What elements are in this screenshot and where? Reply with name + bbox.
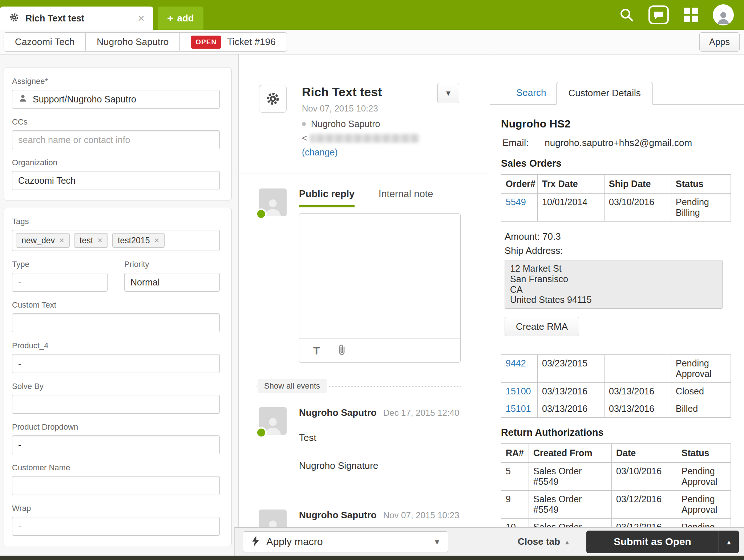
close-icon[interactable]: × bbox=[138, 12, 145, 24]
ra-number-cell: 9 bbox=[501, 491, 529, 519]
customer-name-label: Customer Name bbox=[12, 463, 220, 472]
ticket-date: Nov 07, 2015 10:23 bbox=[302, 104, 419, 114]
tag-chip: test × bbox=[74, 233, 108, 248]
apps-button[interactable]: Apps bbox=[699, 32, 740, 52]
trx-date-cell: 03/23/2015 bbox=[538, 355, 604, 383]
trx-date-cell: 10/01/2014 bbox=[538, 194, 604, 222]
change-requester-link[interactable]: (change) bbox=[302, 147, 338, 158]
breadcrumb-ticket[interactable]: OPEN Ticket #196 bbox=[179, 32, 287, 52]
sales-orders-table: Order# Trx Date Ship Date Status 5549 10… bbox=[501, 174, 731, 222]
reply-textarea[interactable] bbox=[304, 217, 456, 335]
remove-tag-icon[interactable]: × bbox=[59, 236, 64, 245]
tags-label: Tags bbox=[12, 217, 220, 226]
assignee-label: Assignee* bbox=[12, 77, 220, 86]
submit-button[interactable]: Submit as Open ▴ bbox=[586, 531, 739, 553]
col-status: Status bbox=[677, 444, 731, 463]
ship-date-cell: 03/13/2016 bbox=[604, 383, 671, 400]
date-cell: 03/10/2016 bbox=[612, 463, 677, 491]
text-format-icon[interactable]: T bbox=[313, 345, 320, 357]
order-link[interactable]: 15100 bbox=[506, 386, 531, 396]
tag-label: test bbox=[80, 236, 93, 245]
reply-composer: T bbox=[299, 213, 461, 363]
apps-grid-icon[interactable] bbox=[683, 7, 699, 23]
submit-options-caret[interactable]: ▴ bbox=[719, 531, 739, 553]
attachment-icon[interactable] bbox=[336, 344, 347, 358]
breadcrumb: Cazoomi Tech Nugroho Saputro OPEN Ticket… bbox=[4, 32, 287, 52]
tag-label: test2015 bbox=[118, 236, 150, 245]
redacted-email bbox=[310, 134, 419, 143]
apply-macro-select[interactable]: Apply macro ▾ bbox=[243, 531, 448, 552]
priority-select[interactable]: Normal bbox=[124, 273, 220, 292]
tab-customer-details[interactable]: Customer Details bbox=[556, 82, 652, 105]
remove-tag-icon[interactable]: × bbox=[97, 236, 102, 245]
add-tab-button[interactable]: + add bbox=[158, 7, 203, 30]
priority-label: Priority bbox=[124, 260, 220, 269]
top-bar: Rich Text test × + add bbox=[0, 0, 744, 30]
solve-by-label: Solve By bbox=[12, 382, 220, 391]
create-rma-button[interactable]: Create RMA bbox=[505, 317, 579, 336]
open-ticket-tab[interactable]: Rich Text test × bbox=[0, 7, 153, 30]
status-cell: Pending Approval bbox=[677, 463, 731, 491]
tags-field[interactable]: new_dev × test × test2015 × bbox=[12, 230, 220, 251]
created-from-cell: Sales Order #5549 bbox=[529, 463, 612, 491]
customer-name-input[interactable] bbox=[12, 476, 220, 495]
agent-avatar bbox=[259, 188, 287, 216]
chat-icon[interactable] bbox=[648, 5, 669, 25]
ticket-title: Rich Text test bbox=[302, 85, 419, 99]
ticket-source-icon bbox=[259, 85, 287, 113]
close-tab-button[interactable]: Close tab ▴ bbox=[518, 536, 569, 547]
product-dropdown-label: Product Dropdown bbox=[12, 422, 220, 432]
author-avatar bbox=[259, 510, 287, 527]
type-value: - bbox=[18, 277, 21, 288]
order-link[interactable]: 15101 bbox=[506, 403, 531, 414]
event-author: Nugroho Saputro bbox=[299, 407, 377, 418]
conversation-options-button[interactable]: ▾ bbox=[437, 83, 459, 103]
chevron-up-icon: ▴ bbox=[565, 537, 569, 546]
breadcrumb-organization[interactable]: Cazoomi Tech bbox=[4, 32, 86, 52]
product4-select[interactable]: - bbox=[12, 354, 220, 373]
app-tabs: Search Customer Details bbox=[490, 81, 744, 105]
assignee-field[interactable]: Support/Nugroho Saputro bbox=[12, 90, 220, 109]
organization-value: Cazoomi Tech bbox=[18, 175, 76, 186]
tab-search[interactable]: Search bbox=[506, 81, 556, 104]
solve-by-input[interactable] bbox=[12, 395, 220, 414]
status-badge: OPEN bbox=[191, 36, 221, 49]
event-date: Dec 17, 2015 12:40 bbox=[383, 408, 460, 418]
wrap-value: - bbox=[18, 521, 21, 532]
order-link[interactable]: 9442 bbox=[506, 358, 526, 368]
wrap-select[interactable]: - bbox=[12, 517, 220, 536]
ccs-label: CCs bbox=[12, 117, 220, 127]
custom-text-input[interactable] bbox=[12, 313, 220, 332]
event-date: Nov 07, 2015 10:23 bbox=[383, 510, 460, 520]
search-icon[interactable] bbox=[619, 7, 634, 23]
email-bracket: < bbox=[302, 133, 307, 143]
order-amount: Amount: 70.3 bbox=[505, 231, 727, 242]
product-dropdown-select[interactable]: - bbox=[12, 435, 220, 454]
ship-date-cell bbox=[604, 355, 671, 383]
breadcrumb-requester[interactable]: Nugroho Saputro bbox=[85, 32, 180, 52]
table-row: 9 Sales Order #5549 03/12/2016 Pending A… bbox=[501, 491, 731, 519]
tab-public-reply[interactable]: Public reply bbox=[299, 188, 355, 207]
status-cell: Billed bbox=[671, 400, 731, 418]
col-trx-date: Trx Date bbox=[538, 175, 604, 194]
tab-internal-note[interactable]: Internal note bbox=[379, 188, 433, 207]
plus-icon: + bbox=[167, 12, 174, 24]
table-header-row: RA# Created From Date Status bbox=[501, 444, 731, 463]
organization-field[interactable]: Cazoomi Tech bbox=[12, 171, 220, 190]
table-row: 9442 03/23/2015 Pending Approval bbox=[501, 355, 731, 383]
type-select[interactable]: - bbox=[12, 273, 108, 292]
order-link[interactable]: 5549 bbox=[506, 197, 526, 207]
user-avatar[interactable] bbox=[713, 4, 734, 25]
ccs-input[interactable] bbox=[12, 130, 220, 149]
chevron-up-icon: ▴ bbox=[727, 537, 731, 546]
order-detail-block: Amount: 70.3 Ship Address: 12 Market St … bbox=[501, 222, 731, 354]
ship-address-textarea[interactable]: 12 Market St San Fransisco CA United Sta… bbox=[505, 260, 723, 309]
ticket-number: Ticket #196 bbox=[227, 36, 275, 48]
tag-chip: test2015 × bbox=[112, 233, 165, 248]
custom-text-label: Custom Text bbox=[12, 300, 220, 310]
remove-tag-icon[interactable]: × bbox=[154, 236, 159, 245]
status-cell: Pending Approval bbox=[677, 491, 731, 519]
events-divider: Show all events bbox=[255, 386, 461, 387]
ticket-tab-title: Rich Text test bbox=[25, 13, 132, 24]
show-all-events-button[interactable]: Show all events bbox=[258, 379, 327, 393]
